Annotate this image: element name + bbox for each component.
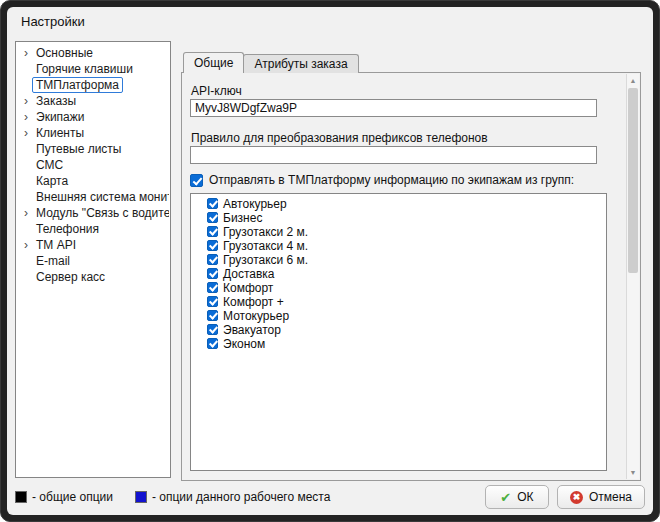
checked-checkbox-icon[interactable]	[207, 282, 218, 293]
scroll-up-icon[interactable]: ▲	[627, 74, 639, 87]
crew-group-label: Грузотакси 4 м.	[223, 239, 308, 253]
tab-page-general: API-ключ Правило для преобразования преф…	[181, 72, 641, 481]
crew-group-label: Доставка	[223, 267, 275, 281]
scroll-down-icon[interactable]: ▼	[627, 466, 639, 479]
window-title: Настройки	[21, 14, 85, 29]
tree-item-label: Внешняя система мониторин	[32, 189, 170, 205]
legend-general-label: - общие опции	[32, 490, 113, 504]
crew-groups-listbox[interactable]: Автокурьер Бизнес Грузотакси 2 м. Грузот…	[190, 193, 607, 471]
crew-group-item[interactable]: Грузотакси 4 м.	[191, 239, 606, 252]
dialog-footer: - общие опции - опции данного рабочего м…	[15, 484, 645, 510]
tree-item-label: ТМПлатформа	[32, 77, 123, 93]
tree-item-label: Экипажи	[32, 109, 88, 125]
ok-button[interactable]: ✔ ОК	[485, 485, 549, 509]
prefix-rule-label: Правило для преобразования префиксов тел…	[191, 131, 488, 145]
checked-checkbox-icon[interactable]	[207, 268, 218, 279]
legend-workplace-options: - опции данного рабочего места	[135, 490, 330, 504]
tree-item[interactable]: Заказы	[16, 93, 170, 109]
checked-checkbox-icon[interactable]	[207, 226, 218, 237]
crew-group-label: Эвакуатор	[223, 323, 281, 337]
crew-group-label: Комфорт	[223, 281, 273, 295]
tree-item[interactable]: Внешняя система мониторин	[16, 189, 170, 205]
tree-item-label: Клиенты	[32, 125, 88, 141]
settings-tree[interactable]: Основные Горячие клавиши ТМПлатформа Зак…	[15, 41, 171, 478]
tree-item[interactable]: Горячие клавиши	[16, 61, 170, 77]
vertical-scrollbar[interactable]: ▲ ▼	[626, 74, 639, 479]
legend-general-options: - общие опции	[15, 490, 113, 504]
crew-group-item[interactable]: Доставка	[191, 267, 606, 280]
checked-checkbox-icon[interactable]	[207, 198, 218, 209]
checked-checkbox-icon[interactable]	[207, 324, 218, 335]
api-key-input[interactable]	[190, 99, 597, 117]
checked-checkbox-icon[interactable]	[207, 254, 218, 265]
chevron-right-icon[interactable]	[20, 207, 32, 219]
crew-group-item[interactable]: Бизнес	[191, 211, 606, 224]
crew-group-item[interactable]: Эвакуатор	[191, 323, 606, 336]
tree-item-label: Путевые листы	[32, 141, 126, 157]
dialog-client-area: Настройки Основные Горячие клавиши ТМПла…	[7, 7, 653, 515]
crew-group-item[interactable]: Грузотакси 6 м.	[191, 253, 606, 266]
crew-group-item[interactable]: Эконом	[191, 337, 606, 350]
tree-item[interactable]: СМС	[16, 157, 170, 173]
tree-item-label: Горячие клавиши	[32, 61, 137, 77]
crew-group-item[interactable]: Комфорт	[191, 281, 606, 294]
tree-item[interactable]: Экипажи	[16, 109, 170, 125]
send-groups-checkbox-row[interactable]: Отправлять в ТМПлатформу информацию по э…	[190, 173, 574, 187]
crew-group-label: Грузотакси 2 м.	[223, 225, 308, 239]
crew-group-item[interactable]: Мотокурьер	[191, 309, 606, 322]
crew-group-label: Комфорт +	[223, 295, 284, 309]
crew-group-item[interactable]: Автокурьер	[191, 197, 606, 210]
tree-item[interactable]: Карта	[16, 173, 170, 189]
tree-item-label: Карта	[32, 173, 72, 189]
tree-item-label: E-mail	[32, 253, 74, 269]
green-check-icon: ✔	[500, 491, 511, 504]
checked-checkbox-icon[interactable]	[190, 174, 203, 187]
chevron-right-icon[interactable]	[20, 111, 32, 123]
tree-item-label: Сервер касс	[32, 269, 109, 285]
crew-group-item[interactable]: Комфорт +	[191, 295, 606, 308]
tree-item[interactable]: Сервер касс	[16, 269, 170, 285]
crew-group-item[interactable]: Грузотакси 2 м.	[191, 225, 606, 238]
ok-button-label: ОК	[517, 490, 533, 504]
tree-item-label: ТМ API	[32, 237, 80, 253]
checked-checkbox-icon[interactable]	[207, 296, 218, 307]
crew-group-label: Эконом	[223, 337, 265, 351]
tree-item-label: СМС	[32, 157, 67, 173]
cancel-button-label: Отмена	[589, 490, 632, 504]
tree-item[interactable]: ТМ API	[16, 237, 170, 253]
api-key-label: API-ключ	[191, 84, 242, 98]
prefix-rule-input[interactable]	[190, 146, 597, 164]
tree-item-label: Заказы	[32, 93, 80, 109]
crew-group-label: Автокурьер	[223, 197, 287, 211]
blue-swatch-icon	[135, 491, 147, 503]
checked-checkbox-icon[interactable]	[207, 212, 218, 223]
tree-item[interactable]: Основные	[16, 45, 170, 61]
checked-checkbox-icon[interactable]	[207, 338, 218, 349]
scrollbar-thumb[interactable]	[628, 88, 638, 273]
tree-item[interactable]: Модуль "Связь с водителя	[16, 205, 170, 221]
send-groups-label: Отправлять в ТМПлатформу информацию по э…	[209, 173, 574, 187]
tree-item[interactable]: ТМПлатформа	[16, 77, 170, 93]
cancel-button[interactable]: ✖ Отмена	[557, 485, 645, 509]
tab-strip: Общие Атрибуты заказа	[183, 52, 359, 73]
crew-group-label: Мотокурьер	[223, 309, 289, 323]
tab-order-attributes[interactable]: Атрибуты заказа	[243, 54, 358, 73]
tree-item[interactable]: Телефония	[16, 221, 170, 237]
chevron-right-icon[interactable]	[20, 95, 32, 107]
tree-item-label: Модуль "Связь с водителя	[32, 205, 170, 221]
checked-checkbox-icon[interactable]	[207, 240, 218, 251]
crew-group-label: Грузотакси 6 м.	[223, 253, 308, 267]
chevron-right-icon[interactable]	[20, 47, 32, 59]
chevron-right-icon[interactable]	[20, 239, 32, 251]
tree-item[interactable]: Клиенты	[16, 125, 170, 141]
settings-window: Настройки Основные Горячие клавиши ТМПла…	[0, 0, 660, 522]
checked-checkbox-icon[interactable]	[207, 310, 218, 321]
chevron-right-icon[interactable]	[20, 127, 32, 139]
tree-item[interactable]: Путевые листы	[16, 141, 170, 157]
crew-group-label: Бизнес	[223, 211, 262, 225]
tree-item-label: Телефония	[32, 221, 103, 237]
tab-general[interactable]: Общие	[183, 52, 244, 73]
tree-item[interactable]: E-mail	[16, 253, 170, 269]
black-swatch-icon	[15, 491, 27, 503]
red-x-icon: ✖	[570, 491, 583, 504]
